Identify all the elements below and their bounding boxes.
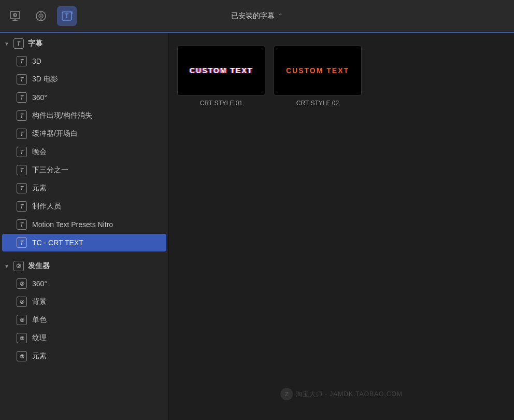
captions-icon: T (13, 38, 24, 49)
sidebar-item-gen-texture-label: 纹理 (32, 333, 47, 343)
main-layout: ▼ T 字幕 T 3D T 3D 电影 T 360° T 构件出现/构件消失 T… (0, 33, 514, 420)
item-icon-bumper: T (17, 129, 27, 139)
item-icon-3d-movie: T (17, 74, 27, 85)
sidebar-item-360-label: 360° (32, 93, 47, 102)
preset-thumbnail-02[interactable]: CUSTOM TEXT (274, 46, 362, 95)
sidebar-item-gen-texture[interactable]: ② 纹理 (2, 329, 166, 347)
crt01-main-text: CUSTOM TEXT (190, 66, 253, 75)
sidebar-item-3d-movie-label: 3D 电影 (32, 75, 58, 84)
titles-icon[interactable]: T (57, 6, 77, 26)
sidebar-item-motion-text-label: Motion Text Presets Nitro (32, 220, 113, 229)
item-icon-gen-texture: ② (17, 333, 27, 343)
item-icon-gen-elements: ② (17, 351, 27, 361)
preset-crt-style-01[interactable]: CUSTOM TEXT CRT STYLE 01 (177, 46, 265, 107)
crt02-text-container: CUSTOM TEXT (286, 66, 349, 75)
preset-crt-style-02[interactable]: CUSTOM TEXT CRT STYLE 02 (274, 46, 362, 107)
captions-label: 字幕 (28, 39, 42, 48)
sidebar-item-3d-movie[interactable]: T 3D 电影 (2, 71, 166, 88)
sidebar-item-bumper-label: 缓冲器/开场白 (32, 129, 78, 138)
sidebar-item-build-label: 构件出现/构件消失 (32, 111, 92, 120)
svg-rect-2 (12, 20, 18, 21)
sidebar-item-gen-bg-label: 背景 (32, 297, 47, 306)
crt02-main-text: CUSTOM TEXT (286, 66, 349, 75)
item-icon-credits: T (17, 201, 27, 212)
preset-thumbnail-01[interactable]: CUSTOM TEXT (177, 46, 265, 95)
toolbar-title-text: 已安装的字幕 (231, 11, 275, 21)
sidebar-item-tc-crt[interactable]: T TC - CRT TEXT (2, 234, 166, 251)
svg-rect-3 (15, 19, 16, 20)
section-captions[interactable]: ▼ T 字幕 (0, 33, 168, 52)
section-generators[interactable]: ▼ ② 发生器 (0, 256, 168, 274)
sidebar-item-360[interactable]: T 360° (2, 89, 166, 106)
item-icon-360: T (17, 92, 27, 103)
sidebar-item-bumper[interactable]: T 缓冲器/开场白 (2, 125, 166, 143)
crt01-text-container: CUSTOM TEXT (190, 66, 253, 75)
sidebar-item-gen-360[interactable]: ② 360° (2, 275, 166, 292)
generators-icon: ② (13, 261, 24, 271)
generators-label: 发生器 (28, 261, 50, 271)
sidebar-item-gen-elements[interactable]: ② 元素 (2, 347, 166, 365)
sidebar-item-gen-bg[interactable]: ② 背景 (2, 293, 166, 311)
watermark: Z 淘宝大师 · JAMDK.TAOBAO.COM (280, 388, 402, 400)
sidebar: ▼ T 字幕 T 3D T 3D 电影 T 360° T 构件出现/构件消失 T… (0, 33, 169, 420)
sidebar-item-credits[interactable]: T 制作人员 (2, 198, 166, 215)
presets-grid: CUSTOM TEXT CRT STYLE 01 CUSTOM TEXT CRT… (177, 41, 506, 107)
item-icon-tc-crt: T (17, 237, 27, 248)
sidebar-item-3d[interactable]: T 3D (2, 52, 166, 70)
sidebar-item-build[interactable]: T 构件出现/构件消失 (2, 107, 166, 124)
item-icon-motion-text: T (17, 219, 27, 230)
item-icon-gala: T (17, 147, 27, 157)
toolbar-icons: T (5, 6, 77, 26)
item-icon-gen-360: ② (17, 278, 27, 289)
sidebar-item-gen-solid[interactable]: ② 单色 (2, 311, 166, 329)
captions-chevron: ▼ (4, 41, 9, 47)
item-icon-elements: T (17, 183, 27, 193)
item-icon-gen-solid: ② (17, 315, 27, 325)
svg-marker-4 (14, 14, 16, 16)
sidebar-item-tc-crt-label: TC - CRT TEXT (32, 239, 83, 247)
sidebar-item-gala[interactable]: T 晚会 (2, 143, 166, 161)
sidebar-item-credits-label: 制作人员 (32, 202, 61, 211)
sidebar-item-lower-third-label: 下三分之一 (32, 165, 68, 175)
svg-text:T: T (65, 12, 69, 20)
sidebar-item-elements[interactable]: T 元素 (2, 179, 166, 197)
watermark-icon: Z (280, 388, 293, 400)
preset-label-02: CRT STYLE 02 (296, 100, 339, 107)
sidebar-item-motion-text[interactable]: T Motion Text Presets Nitro (2, 216, 166, 233)
sidebar-item-3d-label: 3D (32, 57, 41, 65)
audio-icon[interactable] (31, 6, 51, 26)
toolbar-title[interactable]: 已安装的字幕 ⌃ (231, 11, 283, 21)
generators-chevron: ▼ (4, 263, 9, 269)
content-area: CUSTOM TEXT CRT STYLE 01 CUSTOM TEXT CRT… (169, 33, 514, 420)
sidebar-item-elements-label: 元素 (32, 184, 47, 193)
sidebar-item-gen-solid-label: 单色 (32, 315, 47, 325)
toolbar-dropdown-arrow: ⌃ (278, 12, 283, 20)
svg-point-7 (40, 15, 42, 17)
item-icon-gen-bg: ② (17, 297, 27, 307)
item-icon-lower-third: T (17, 165, 27, 175)
sidebar-item-gen-360-label: 360° (32, 279, 47, 288)
toolbar: T 已安装的字幕 ⌃ (0, 0, 514, 32)
preset-label-01: CRT STYLE 01 (200, 100, 242, 107)
sidebar-item-gen-elements-label: 元素 (32, 352, 47, 361)
item-icon-3d: T (17, 56, 27, 66)
sidebar-item-lower-third[interactable]: T 下三分之一 (2, 161, 166, 179)
sidebar-item-gala-label: 晚会 (32, 147, 47, 157)
watermark-text: 淘宝大师 · JAMDK.TAOBAO.COM (296, 390, 402, 399)
item-icon-build: T (17, 110, 27, 121)
media-browser-icon[interactable] (5, 6, 25, 26)
